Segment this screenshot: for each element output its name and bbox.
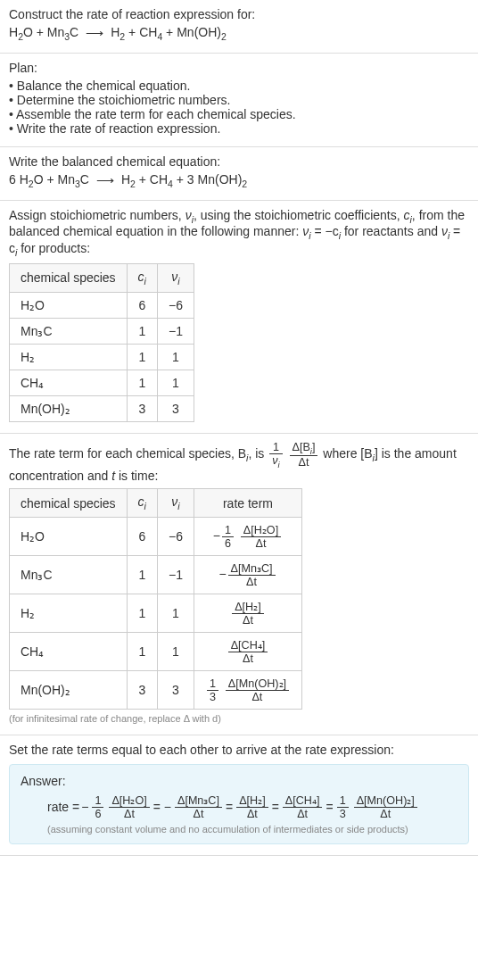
table-header-row: chemical species ci νi	[10, 263, 194, 292]
t: Δ[H₂O]	[109, 793, 149, 808]
t: = −c	[311, 224, 339, 238]
balanced-heading: Write the balanced chemical equation:	[9, 154, 469, 169]
col-rate: rate term	[194, 489, 301, 518]
rx-part: 6 H2O + Mn3C	[9, 172, 89, 189]
cell: H₂	[10, 344, 128, 370]
t: 1	[92, 794, 103, 808]
t: = −	[153, 800, 171, 814]
t: + CH	[125, 25, 157, 39]
t: c	[138, 270, 144, 284]
cell: Mn₃C	[10, 318, 128, 344]
rx-part: H2 + CH4 + 3 Mn(OH)2	[121, 172, 247, 189]
cell: 6	[127, 518, 157, 556]
t: 6	[222, 537, 234, 550]
t: Δt	[283, 808, 323, 820]
t: i	[278, 459, 280, 469]
cell: 1	[157, 370, 194, 395]
t: =	[326, 800, 333, 814]
col-ci: ci	[127, 489, 157, 518]
rate-expression: rate = −16Δ[H₂O]Δt = −Δ[Mn₃C]Δt = Δ[H₂]Δ…	[21, 793, 457, 820]
t: C	[80, 172, 89, 187]
t: Δ[H₂O]	[241, 523, 281, 537]
cell: H₂	[10, 594, 128, 633]
section-set-equal: Set the rate terms equal to each other t…	[0, 735, 478, 856]
t: Δ[Mn(OH)₂]	[226, 677, 289, 691]
t: Assign stoichiometric numbers,	[9, 208, 185, 222]
t: 1	[337, 794, 349, 808]
t: is time:	[115, 469, 158, 483]
table-row: H₂11	[10, 344, 194, 370]
t: where [B	[323, 446, 372, 461]
t: 6 H	[9, 172, 29, 187]
table-row: CH₄ 1 1 Δ[CH₄]Δt	[10, 633, 302, 671]
cell: −1	[157, 556, 194, 594]
t: 1	[269, 441, 282, 454]
frac: Δ[CH₄]Δt	[283, 793, 323, 820]
cell: Mn(OH)₂	[10, 671, 128, 710]
t: Δt	[228, 576, 276, 588]
cell: H₂O	[10, 292, 128, 318]
t: Δt	[109, 808, 149, 820]
frac: Δ[Mn(OH)₂]Δt	[354, 793, 417, 820]
cell: −16 Δ[H₂O]Δt	[194, 518, 301, 556]
construct-heading: Construct the rate of reaction expressio…	[9, 7, 469, 21]
col-vi: νi	[157, 489, 194, 518]
section-balanced: Write the balanced chemical equation: 6 …	[0, 147, 478, 201]
plan-item: Assemble the rate term for each chemical…	[9, 107, 469, 121]
frac: Δ[H₂]Δt	[236, 793, 268, 820]
t: i	[177, 501, 179, 511]
t: −	[81, 800, 88, 814]
t: Δ[H₂]	[232, 600, 264, 614]
t: , is	[248, 446, 268, 461]
frac: 13	[207, 677, 218, 703]
section-plan: Plan: Balance the chemical equation. Det…	[0, 54, 478, 147]
rx-part: H2 + CH4 + Mn(OH)2	[111, 25, 227, 42]
cell: CH₄	[10, 633, 128, 671]
frac: Δ[Mn₃C]Δt	[175, 793, 222, 820]
t: Δ[Mn(OH)₂]	[354, 793, 417, 808]
cell: 1	[127, 344, 157, 370]
rate-table: chemical species ci νi rate term H₂O 6 −…	[9, 488, 302, 710]
cell: 1	[127, 594, 157, 633]
cell: 1	[157, 594, 194, 633]
table-row: Mn₃C1−1	[10, 318, 194, 344]
cell: 3	[127, 395, 157, 421]
section-stoich-numbers: Assign stoichiometric numbers, νi, using…	[0, 201, 478, 434]
t: H	[111, 25, 120, 39]
cell: −6	[157, 292, 194, 318]
answer-note: (assuming constant volume and no accumul…	[21, 824, 457, 835]
rate-intro: The rate term for each chemical species,…	[9, 441, 469, 484]
cell: Δ[H₂]Δt	[194, 594, 301, 633]
frac: 16	[222, 524, 234, 550]
cell: CH₄	[10, 370, 128, 395]
t: Δ[Mn₃C]	[175, 793, 222, 808]
cell: 3	[157, 395, 194, 421]
t: O + Mn	[23, 25, 64, 39]
plan-item: Determine the stoichiometric numbers.	[9, 93, 469, 107]
t: −	[218, 567, 226, 581]
frac: 16	[92, 794, 103, 820]
frac: Δ[H₂]Δt	[232, 600, 264, 627]
t: Δt	[236, 808, 268, 820]
t: 6	[92, 808, 103, 820]
rx-part: H2O + Mn3C	[9, 25, 78, 42]
cell: 3	[127, 671, 157, 710]
t: 3	[207, 691, 218, 703]
t: , using the stoichiometric coefficients,	[194, 208, 404, 222]
t: 3	[337, 808, 349, 820]
t: Δt	[175, 808, 222, 820]
cell: 1	[157, 633, 194, 671]
cell: 3	[157, 671, 194, 710]
stoich-intro: Assign stoichiometric numbers, νi, using…	[9, 208, 469, 258]
frac: 1νi	[269, 441, 282, 469]
t: i	[177, 276, 179, 287]
t: H	[121, 172, 130, 187]
frac: Δ[Mn₃C]Δt	[228, 561, 276, 588]
col-vi: νi	[157, 263, 194, 292]
table-row: Mn(OH)₂ 3 3 13 Δ[Mn(OH)₂]Δt	[10, 671, 302, 710]
cell: −1	[157, 318, 194, 344]
t: 1	[207, 677, 218, 691]
t: + Mn(OH)	[162, 25, 221, 39]
section-rate-terms: The rate term for each chemical species,…	[0, 434, 478, 735]
cell: 1	[127, 556, 157, 594]
